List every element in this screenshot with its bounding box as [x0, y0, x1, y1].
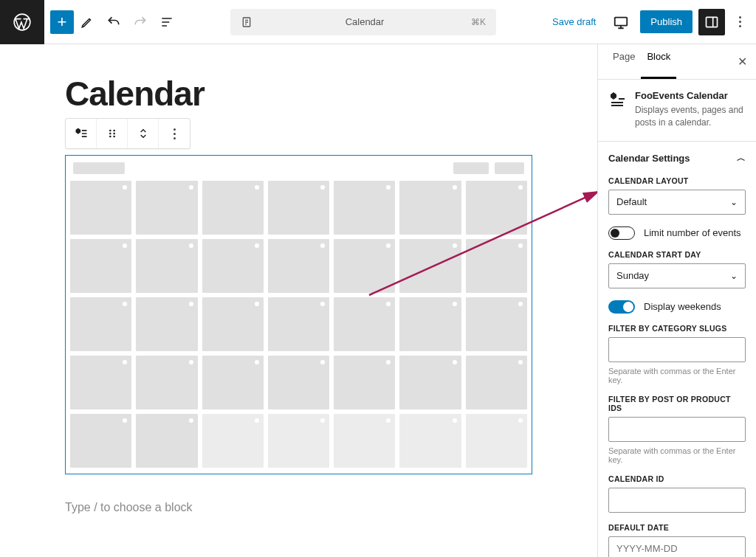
label-post-ids: FILTER BY POST OR PRODUCT IDS: [608, 395, 746, 412]
toggle-limit-events[interactable]: [608, 226, 635, 240]
calendar-cell: [202, 414, 264, 468]
label-layout: CALENDAR LAYOUT: [608, 176, 746, 185]
calendar-cell: [70, 356, 131, 409]
toggle-weekends[interactable]: [608, 300, 635, 314]
calendar-block[interactable]: [65, 155, 532, 474]
document-chip[interactable]: Calendar ⌘K: [230, 9, 496, 35]
list-view-icon[interactable]: [154, 4, 180, 40]
svg-rect-2: [615, 17, 628, 25]
input-default-date[interactable]: [608, 536, 746, 557]
chevron-down-icon: ⌄: [730, 271, 738, 281]
calendar-cell: [268, 181, 329, 235]
block-name: FooEvents Calendar: [635, 90, 746, 101]
calendar-cell: [334, 356, 395, 409]
calendar-cell: [466, 356, 527, 409]
block-more-icon[interactable]: [159, 119, 190, 148]
calendar-cell: [334, 297, 395, 351]
input-category-slugs[interactable]: [608, 337, 746, 362]
calendar-cell: [268, 414, 329, 468]
cal-nav-placeholder: [73, 162, 125, 174]
undo-icon[interactable]: [100, 4, 127, 40]
block-inserter-hint[interactable]: Type / to choose a block: [65, 501, 532, 514]
calendar-cell: [136, 239, 197, 293]
block-description: Displays events, pages and posts in a ca…: [635, 104, 746, 129]
redo-icon[interactable]: [127, 4, 154, 40]
calendar-cell: [334, 414, 395, 468]
calendar-cell: [136, 356, 197, 409]
calendar-cell: [399, 181, 461, 235]
calendar-cell: [202, 239, 264, 293]
tab-block[interactable]: Block: [641, 44, 676, 79]
sidebar-toggle-button[interactable]: [698, 9, 725, 35]
calendar-cell: [136, 297, 197, 351]
settings-sidebar: Page Block ✕ FooEvents Calendar Displays…: [597, 44, 756, 557]
help-text: Separate with commas or the Enter key.: [608, 446, 746, 464]
calendar-cell: [399, 414, 461, 468]
calendar-cell: [70, 414, 131, 468]
save-draft-button[interactable]: Save draft: [546, 10, 602, 33]
calendar-cell: [334, 181, 395, 235]
calendar-cell: [136, 414, 197, 468]
label-default-date: DEFAULT DATE: [608, 523, 746, 532]
calendar-cell: [334, 239, 395, 293]
publish-button[interactable]: Publish: [640, 10, 693, 33]
move-updown-icon[interactable]: [128, 119, 159, 148]
svg-rect-3: [707, 17, 718, 27]
section-calendar-settings[interactable]: Calendar Settings ︿: [598, 142, 756, 175]
label-start-day: CALENDAR START DAY: [608, 250, 746, 259]
close-sidebar-icon[interactable]: ✕: [738, 55, 747, 69]
document-title: Calendar: [258, 16, 471, 27]
calendar-cell: [268, 356, 329, 409]
select-start-day[interactable]: Sunday ⌄: [608, 263, 746, 288]
svg-point-8: [109, 136, 111, 138]
input-post-ids[interactable]: [608, 417, 746, 442]
calendar-cell: [70, 181, 131, 235]
edit-tool-icon[interactable]: [74, 4, 100, 40]
drag-handle-icon[interactable]: [97, 119, 128, 148]
add-block-button[interactable]: +: [50, 10, 74, 34]
calendar-cell: [466, 239, 527, 293]
calendar-cell: [466, 297, 527, 351]
calendar-cell: [202, 297, 264, 351]
svg-point-5: [113, 130, 115, 132]
cal-view-placeholder: [495, 162, 524, 174]
more-options-icon[interactable]: [731, 16, 749, 27]
chevron-down-icon: ⌄: [730, 197, 738, 207]
tab-page[interactable]: Page: [607, 44, 641, 79]
svg-point-7: [113, 133, 115, 135]
calendar-cell: [202, 181, 264, 235]
calendar-cell: [70, 239, 131, 293]
help-text: Separate with commas or the Enter key.: [608, 367, 746, 384]
calendar-cell: [466, 181, 527, 235]
label-limit-events: Limit number of events: [644, 227, 741, 238]
svg-point-4: [109, 130, 111, 132]
block-toolbar: [65, 118, 190, 149]
select-layout[interactable]: Default ⌄: [608, 190, 746, 215]
wordpress-logo[interactable]: [0, 0, 44, 44]
calendar-cell: [268, 297, 329, 351]
cal-view-placeholder: [453, 162, 489, 174]
calendar-cell: [136, 181, 197, 235]
calendar-cell: [399, 239, 461, 293]
calendar-cell: [399, 356, 461, 409]
calendar-cell: [202, 356, 264, 409]
input-calendar-id[interactable]: [608, 488, 746, 513]
preview-icon[interactable]: [608, 4, 634, 40]
calendar-cell: [399, 297, 461, 351]
calendar-cell: [70, 297, 131, 351]
svg-point-6: [109, 133, 111, 135]
block-type-icon[interactable]: [66, 119, 97, 148]
fooevents-icon: [608, 90, 626, 108]
calendar-cell: [466, 414, 527, 468]
page-title[interactable]: Calendar: [65, 74, 532, 114]
shortcut-hint: ⌘K: [471, 17, 486, 27]
calendar-cell: [268, 239, 329, 293]
chevron-up-icon: ︿: [737, 152, 746, 165]
label-weekends: Display weekends: [644, 301, 721, 312]
label-category-slugs: FILTER BY CATEGORY SLUGS: [608, 324, 746, 333]
label-calendar-id: CALENDAR ID: [608, 474, 746, 483]
svg-point-9: [113, 136, 115, 138]
